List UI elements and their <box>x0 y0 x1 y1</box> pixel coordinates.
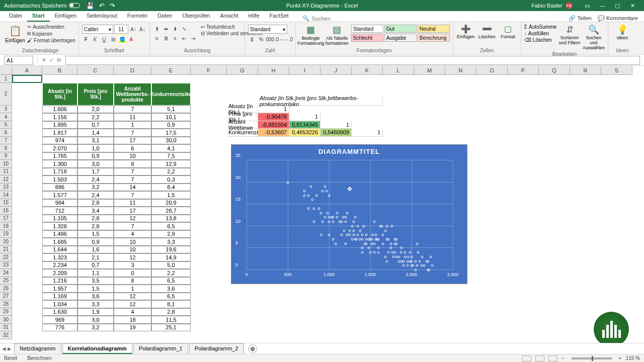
cell-E19[interactable]: 2,9 <box>151 230 191 238</box>
cell-C8[interactable]: 1,0 <box>77 144 114 152</box>
ribbon-tab-daten[interactable]: Daten <box>152 11 177 22</box>
cell-D11[interactable]: 7 <box>114 168 151 176</box>
cell-B29[interactable]: 1.630 <box>42 308 77 316</box>
tab-nav-arrows[interactable]: ◀ ▶ <box>2 346 12 351</box>
cell-B2[interactable]: Absatz [in Stk.] <box>42 83 77 106</box>
cell-style-neutral[interactable]: Neutral <box>418 25 450 33</box>
insert-cells-button[interactable]: ➕Einfügen <box>456 23 475 39</box>
save-icon[interactable]: 💾 <box>86 2 94 10</box>
row-header-15[interactable]: 15 <box>0 199 12 207</box>
cell-D12[interactable]: 7 <box>114 175 151 184</box>
cell-D13[interactable]: 14 <box>114 184 151 192</box>
cell-B12[interactable]: 1.503 <box>42 175 77 184</box>
col-header-B[interactable]: B <box>42 66 77 74</box>
cell-E13[interactable]: 8,4 <box>151 184 191 192</box>
cell-E20[interactable]: 3,3 <box>151 238 191 246</box>
cell-C21[interactable]: 1,6 <box>77 246 114 254</box>
cell-B18[interactable]: 1.328 <box>42 222 77 230</box>
cell-B25[interactable]: 1.216 <box>42 277 77 285</box>
cell-style-schlecht[interactable]: Schlecht <box>351 34 383 42</box>
row-header-25[interactable]: 25 <box>0 277 12 285</box>
cell-D26[interactable]: 1 <box>114 285 151 293</box>
cell-C3[interactable]: 2,0 <box>77 106 114 114</box>
cell-I4[interactable]: 1 <box>289 113 320 121</box>
cell-B14[interactable]: 1.577 <box>42 191 77 199</box>
cell-B20[interactable]: 1.685 <box>42 238 77 246</box>
align-top-icon[interactable]: ⬆ <box>153 25 161 33</box>
row-header-26[interactable]: 26 <box>0 285 12 293</box>
cell-C26[interactable]: 1,5 <box>77 285 114 293</box>
font-color-button[interactable]: A <box>127 35 135 43</box>
cell-C4[interactable]: 2,2 <box>77 113 114 121</box>
cell-D14[interactable]: 7 <box>114 191 151 199</box>
col-header-F[interactable]: F <box>191 66 227 74</box>
col-header-O[interactable]: O <box>476 66 508 74</box>
cell-C15[interactable]: 2,8 <box>77 199 114 207</box>
cell-B30[interactable]: 969 <box>42 316 77 324</box>
name-box[interactable]: A1 <box>4 56 33 65</box>
cell-B15[interactable]: 984 <box>42 199 77 207</box>
row-header-30[interactable]: 30 <box>0 316 12 324</box>
cell-B5[interactable]: 1.895 <box>42 121 77 129</box>
row-header-17[interactable]: 17 <box>0 215 12 223</box>
cell-C10[interactable]: 3,0 <box>77 160 114 168</box>
cell-D24[interactable]: 0 <box>114 269 151 277</box>
cell-D4[interactable]: 11 <box>114 113 151 121</box>
row-header-27[interactable]: 27 <box>0 293 12 301</box>
cell-C23[interactable]: 0,7 <box>77 261 114 269</box>
cell-I6[interactable]: 0,4853226 <box>289 129 320 137</box>
cell-B27[interactable]: 1.169 <box>42 293 77 301</box>
sheet-tab-polardiagramm_1[interactable]: Polardiagramm_1 <box>133 343 188 354</box>
conditional-format-button[interactable]: ▦ Bedingte Formatierung <box>299 23 323 46</box>
align-middle-icon[interactable]: ⬌ <box>162 25 170 33</box>
row-header-11[interactable]: 11 <box>0 168 12 176</box>
decrease-decimal-icon[interactable]: ←.0 <box>284 35 292 43</box>
add-sheet-button[interactable]: ⊕ <box>248 344 257 353</box>
formula-input[interactable] <box>65 56 640 65</box>
col-header-S[interactable]: S <box>601 66 632 74</box>
cell-C19[interactable]: 1,5 <box>77 230 114 238</box>
cell-E30[interactable]: 11,5 <box>151 316 191 324</box>
ideas-button[interactable]: 💡Ideen <box>611 23 633 40</box>
row-header-16[interactable]: 16 <box>0 207 12 215</box>
cell-C29[interactable]: 1,9 <box>77 308 114 316</box>
align-bottom-icon[interactable]: ⬇ <box>171 25 179 33</box>
col-header-Q[interactable]: Q <box>539 66 570 74</box>
cell-C31[interactable]: 3,2 <box>77 324 114 332</box>
ribbon-tab-hilfe[interactable]: Hilfe <box>244 11 265 22</box>
cell-E2[interactable]: Konkurrenzrisiko <box>151 83 191 106</box>
share-button[interactable]: 🔗 Teilen <box>569 15 592 22</box>
cell-C17[interactable]: 2,8 <box>77 215 114 223</box>
page-layout-view-icon[interactable] <box>535 355 544 361</box>
cell-E16[interactable]: 28,7 <box>151 207 191 215</box>
toggle-icon[interactable] <box>69 3 80 8</box>
cell-E25[interactable]: 6,5 <box>151 277 191 285</box>
cell-D22[interactable]: 12 <box>114 253 151 261</box>
cell-A1[interactable] <box>12 75 42 83</box>
cell-B19[interactable]: 1.496 <box>42 230 77 238</box>
cell-B6[interactable]: 1.817 <box>42 129 77 137</box>
row-header-18[interactable]: 18 <box>0 222 12 230</box>
cell-B26[interactable]: 1.957 <box>42 285 77 293</box>
border-button[interactable]: ⊞ <box>109 35 117 43</box>
cell-J6[interactable]: 0,5460809 <box>320 129 352 137</box>
cell-D8[interactable]: 6 <box>114 144 151 152</box>
col-header-G[interactable]: G <box>227 66 258 74</box>
cell-E14[interactable]: 1,5 <box>151 191 191 199</box>
align-center-icon[interactable]: ≣ <box>162 34 170 42</box>
indent-dec-icon[interactable]: ⇤ <box>180 34 188 42</box>
page-break-view-icon[interactable] <box>548 355 557 361</box>
cell-E10[interactable]: 12,9 <box>151 160 191 168</box>
sheet-tab-korrelationsdiagramm[interactable]: Korrelationsdiagramm <box>62 343 132 354</box>
sort-filter-button[interactable]: ⇵Sortieren und Filtern <box>558 23 581 45</box>
cell-B24[interactable]: 2.209 <box>42 269 77 277</box>
cell-E17[interactable]: 13,8 <box>151 215 191 223</box>
cell-B4[interactable]: 1.156 <box>42 113 77 121</box>
underline-button[interactable]: U <box>100 35 108 43</box>
ribbon-tab-start[interactable]: Start <box>27 11 50 22</box>
col-header-E[interactable]: E <box>151 66 191 74</box>
col-header-I[interactable]: I <box>289 66 320 74</box>
indent-inc-icon[interactable]: ⇥ <box>189 34 197 42</box>
cell-E28[interactable]: 8,1 <box>151 300 191 308</box>
bold-button[interactable]: F <box>82 35 90 43</box>
